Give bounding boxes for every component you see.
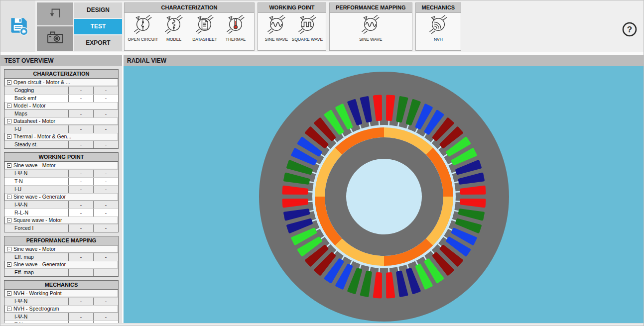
row-label-text: I-U xyxy=(14,125,21,133)
collapse-icon[interactable] xyxy=(7,262,11,267)
tree-group-row[interactable]: Model - Motor xyxy=(4,102,118,109)
row-value-cell: - xyxy=(93,170,118,177)
tree-item-row[interactable]: I-Ψ-N-- xyxy=(4,297,118,305)
row-value-cell: - xyxy=(93,224,118,232)
tree-group-row[interactable]: Thermal - Motor & Gen... xyxy=(4,133,118,140)
collapse-icon[interactable] xyxy=(7,119,11,123)
tree-item-row[interactable]: Cogging-- xyxy=(4,86,118,94)
mode-tabs: DESIGN TEST EXPORT xyxy=(74,2,122,52)
tree-group-row[interactable]: NVH - Working Point xyxy=(4,290,118,297)
tree-group-row[interactable]: Sine wave - Motor xyxy=(4,162,118,169)
tree-item-row[interactable]: I-Ψ-N-- xyxy=(4,313,118,321)
help-button[interactable]: ? xyxy=(621,21,638,38)
tree-item-row[interactable]: Eff. map-- xyxy=(4,253,118,261)
row-label: Eff. map xyxy=(4,253,68,261)
characterization-datasheet-button[interactable]: DATASHEET xyxy=(189,14,220,42)
performance-mapping-sine-wave-button[interactable]: SINE WAVE xyxy=(355,14,386,42)
row-label-text: Back emf xyxy=(14,95,36,102)
row-value-cell: - xyxy=(68,141,93,148)
tree-item-row[interactable]: T-N-- xyxy=(4,177,118,185)
row-label: R-L-N xyxy=(4,209,68,217)
row-label-text: Cogging xyxy=(14,87,34,94)
characterization-thermal-button[interactable]: THERMAL xyxy=(220,14,251,42)
tree-item-row[interactable]: Steady st.-- xyxy=(4,140,118,148)
row-label-text: Steady st. xyxy=(14,141,38,148)
model-icon xyxy=(164,14,184,36)
row-label: Eff. map xyxy=(4,269,68,276)
tool-button-label: OPEN CIRCUIT xyxy=(128,37,158,42)
row-label: I-Ψ-N xyxy=(4,201,68,209)
working-point-sine-wave-button[interactable]: SINE WAVE xyxy=(261,14,292,42)
row-value-cell: - xyxy=(93,87,118,94)
row-label: Datasheet - Motor xyxy=(5,118,118,124)
tree-item-row[interactable]: R-L-N-- xyxy=(4,209,118,217)
collapse-icon[interactable] xyxy=(7,307,11,311)
row-label: Sine wave - Generator xyxy=(5,194,118,200)
mechanics-nvh-button[interactable]: NVH xyxy=(423,14,454,42)
row-value-cell: - xyxy=(93,201,118,209)
row-label: Sine wave - Motor xyxy=(5,246,118,252)
tree-item-row[interactable]: I-U-- xyxy=(4,185,118,193)
collapse-icon[interactable] xyxy=(7,195,11,199)
motor-cross-section xyxy=(255,67,514,323)
ribbon-group-body: OPEN CIRCUIT MODEL DATASHEET THERMAL xyxy=(125,13,254,50)
tree-group-row[interactable]: Sine wave - Generator xyxy=(4,261,118,268)
tree-group-row[interactable]: Sine wave - Generator xyxy=(4,193,118,201)
slot-opening xyxy=(307,201,314,202)
row-value-cell: - xyxy=(68,125,93,133)
ribbon-group-body: SINE WAVE xyxy=(330,13,412,50)
slot-opening xyxy=(388,120,389,127)
row-label: Forced I xyxy=(4,224,68,232)
row-label: Sine wave - Generator xyxy=(5,261,118,268)
tree-item-row[interactable]: I-U-- xyxy=(4,125,118,133)
ribbon-group-performance-mapping: PERFORMANCE MAPPING SINE WAVE xyxy=(329,2,412,51)
tree-item-row[interactable]: Back emf-- xyxy=(4,94,118,102)
tree-item-row[interactable]: Maps-- xyxy=(4,109,118,117)
table-section-title: CHARACTERIZATION xyxy=(4,70,118,79)
collapse-icon[interactable] xyxy=(7,104,11,108)
collapse-icon[interactable] xyxy=(7,218,11,222)
tree-group-row[interactable]: NVH - Spectrogram xyxy=(4,305,118,313)
row-value-cell: - xyxy=(93,95,118,102)
collapse-icon[interactable] xyxy=(7,134,11,139)
radial-view-canvas[interactable] xyxy=(124,66,644,323)
screenshot-button[interactable] xyxy=(37,26,73,51)
characterization-open-circuit-button[interactable]: OPEN CIRCUIT xyxy=(128,14,158,42)
collapse-icon[interactable] xyxy=(7,291,11,296)
tree-group-row[interactable]: Datasheet - Motor xyxy=(4,117,118,125)
sine-icon xyxy=(361,14,381,36)
tree-item-row[interactable]: Forced I-- xyxy=(4,224,118,232)
row-label: Back emf xyxy=(4,95,68,102)
row-label: NVH - Working Point xyxy=(5,290,118,297)
characterization-model-button[interactable]: MODEL xyxy=(158,14,189,42)
row-label-text: I-Ψ-N xyxy=(14,170,27,177)
tree-group-row[interactable]: Open circuit - Motor & ... xyxy=(4,79,118,86)
nvh-icon xyxy=(428,14,448,36)
shaft xyxy=(346,159,422,234)
collapse-icon[interactable] xyxy=(7,247,11,251)
tab-test[interactable]: TEST xyxy=(74,19,122,34)
collapse-icon[interactable] xyxy=(7,163,11,168)
tree-group-row[interactable]: Square wave - Motor xyxy=(4,217,118,224)
row-label: I-Ψ-N xyxy=(4,298,68,305)
row-label: Sine wave - Motor xyxy=(5,162,118,169)
working-point-square-wave-button[interactable]: SQUARE WAVE xyxy=(292,14,323,42)
tree-item-row[interactable]: I-Ψ-N-- xyxy=(4,169,118,177)
undo-button[interactable] xyxy=(37,2,73,25)
tree-item-row[interactable]: I-Ψ-N-- xyxy=(4,201,118,209)
row-label: Cogging xyxy=(4,87,68,94)
help-icon: ? xyxy=(621,31,638,39)
status-strip xyxy=(0,323,644,326)
row-label: Maps xyxy=(4,110,68,117)
tab-export[interactable]: EXPORT xyxy=(74,35,122,51)
collapse-icon[interactable] xyxy=(7,80,11,85)
overview-table-mechanics: MECHANICSNVH - Working PointI-Ψ-N--NVH -… xyxy=(4,280,119,326)
row-label-text: Sine wave - Motor xyxy=(13,246,56,252)
row-value-cell: - xyxy=(68,178,93,185)
tree-group-row[interactable]: Sine wave - Motor xyxy=(4,245,118,253)
row-value-cell: - xyxy=(68,186,93,193)
row-label-text: NVH - Working Point xyxy=(13,290,62,297)
save-button[interactable] xyxy=(0,0,35,52)
tab-design[interactable]: DESIGN xyxy=(74,2,122,18)
tree-item-row[interactable]: Eff. map-- xyxy=(4,268,118,276)
